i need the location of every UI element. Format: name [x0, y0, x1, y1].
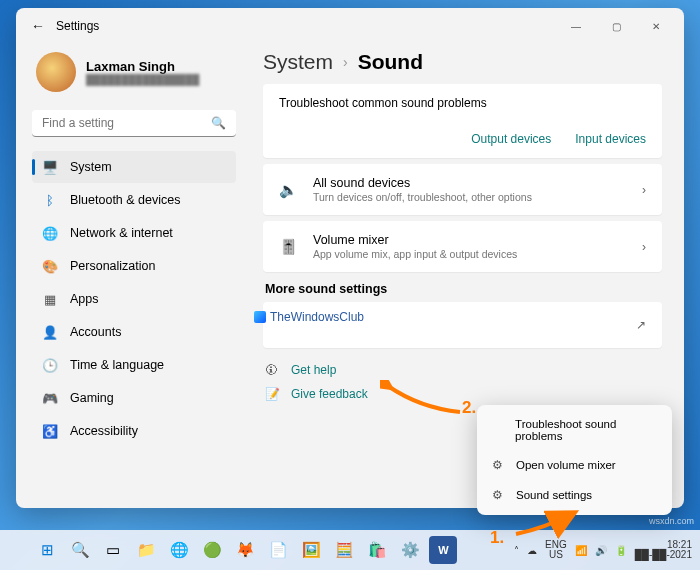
ctx-sound-settings[interactable]: ⚙Sound settings [482, 480, 667, 510]
external-link-icon: ↗ [636, 318, 646, 332]
sound-context-menu: Troubleshoot sound problems ⚙Open volume… [477, 405, 672, 515]
gear-icon: ⚙ [492, 458, 506, 472]
sidebar-item-network-internet[interactable]: 🌐Network & internet [32, 217, 236, 249]
gear-icon: ⚙ [492, 488, 506, 502]
notepad-icon[interactable]: 📄 [264, 536, 292, 564]
edge-icon[interactable]: 🌐 [165, 536, 193, 564]
maximize-button[interactable]: ▢ [596, 11, 636, 41]
nav-label: Gaming [70, 391, 114, 405]
window-title: Settings [56, 19, 99, 33]
breadcrumb-current: Sound [358, 50, 423, 74]
settings-taskbar-icon[interactable]: ⚙️ [396, 536, 424, 564]
troubleshoot-title: Troubleshoot common sound problems [279, 96, 646, 110]
search-input[interactable] [42, 116, 211, 130]
close-button[interactable]: ✕ [636, 11, 676, 41]
all-sound-devices-card[interactable]: 🔈 All sound devices Turn devices on/off,… [263, 164, 662, 215]
tray-chevron-icon[interactable]: ˄ [514, 545, 519, 556]
sidebar-item-time-language[interactable]: 🕒Time & language [32, 349, 236, 381]
card-title: All sound devices [313, 176, 532, 190]
ctx-troubleshoot[interactable]: Troubleshoot sound problems [482, 410, 667, 450]
search-button[interactable]: 🔍 [66, 536, 94, 564]
corner-watermark: wsxdn.com [649, 516, 694, 526]
nav-label: System [70, 160, 112, 174]
nav-list: 🖥️SystemᛒBluetooth & devices🌐Network & i… [32, 151, 236, 447]
user-email: ████████████████ [86, 74, 199, 85]
output-devices-link[interactable]: Output devices [471, 132, 551, 146]
breadcrumb-parent[interactable]: System [263, 50, 333, 74]
nav-icon: 🕒 [42, 357, 58, 373]
card-subtitle: Turn devices on/off, troubleshoot, other… [313, 191, 532, 203]
task-view-button[interactable]: ▭ [99, 536, 127, 564]
nav-icon: 👤 [42, 324, 58, 340]
file-explorer-icon[interactable]: 📁 [132, 536, 160, 564]
language-indicator[interactable]: ENGUS [545, 540, 567, 560]
photos-icon[interactable]: 🖼️ [297, 536, 325, 564]
nav-icon: 🎮 [42, 390, 58, 406]
nav-icon: ♿ [42, 423, 58, 439]
sidebar-item-personalization[interactable]: 🎨Personalization [32, 250, 236, 282]
sidebar-item-accessibility[interactable]: ♿Accessibility [32, 415, 236, 447]
nav-label: Time & language [70, 358, 164, 372]
mixer-icon: 🎚️ [279, 238, 299, 256]
nav-label: Network & internet [70, 226, 173, 240]
sidebar-item-bluetooth-devices[interactable]: ᛒBluetooth & devices [32, 184, 236, 216]
nav-label: Bluetooth & devices [70, 193, 181, 207]
card-subtitle: App volume mix, app input & output devic… [313, 248, 517, 260]
input-devices-link[interactable]: Input devices [575, 132, 646, 146]
minimize-button[interactable]: — [556, 11, 596, 41]
search-icon: 🔍 [211, 116, 226, 130]
nav-label: Apps [70, 292, 99, 306]
firefox-icon[interactable]: 🦊 [231, 536, 259, 564]
search-box[interactable]: 🔍 [32, 110, 236, 137]
speaker-icon: 🔈 [279, 181, 299, 199]
nav-icon: 🎨 [42, 258, 58, 274]
nav-label: Accounts [70, 325, 121, 339]
sidebar-item-system[interactable]: 🖥️System [32, 151, 236, 183]
nav-icon: ᛒ [42, 192, 58, 208]
avatar [36, 52, 76, 92]
chevron-right-icon: › [642, 183, 646, 197]
nav-icon: ▦ [42, 291, 58, 307]
wifi-icon[interactable]: 📶 [575, 545, 587, 556]
get-help-link[interactable]: 🛈 Get help [263, 358, 662, 382]
system-tray: ˄ ☁ ENGUS 📶 🔊 🔋 18:21██-██-2021 [514, 540, 692, 560]
troubleshoot-card: Troubleshoot common sound problems Outpu… [263, 84, 662, 158]
back-button[interactable]: ← [24, 18, 52, 34]
feedback-icon: 📝 [265, 387, 281, 401]
nav-icon: 🌐 [42, 225, 58, 241]
sidebar: Laxman Singh ████████████████ 🔍 🖥️System… [16, 44, 244, 508]
card-title: Volume mixer [313, 233, 517, 247]
start-button[interactable]: ⊞ [33, 536, 61, 564]
annotation-label-2: 2. [462, 398, 476, 418]
ctx-open-mixer[interactable]: ⚙Open volume mixer [482, 450, 667, 480]
annotation-label-1: 1. [490, 528, 504, 548]
user-block[interactable]: Laxman Singh ████████████████ [32, 44, 236, 106]
battery-icon[interactable]: 🔋 [615, 545, 627, 556]
word-icon[interactable]: W [429, 536, 457, 564]
more-sound-settings-card[interactable]: ↗ [263, 302, 662, 348]
chrome-icon[interactable]: 🟢 [198, 536, 226, 564]
volume-mixer-card[interactable]: 🎚️ Volume mixer App volume mix, app inpu… [263, 221, 662, 272]
onedrive-icon[interactable]: ☁ [527, 545, 537, 556]
store-icon[interactable]: 🛍️ [363, 536, 391, 564]
volume-icon[interactable]: 🔊 [595, 545, 607, 556]
breadcrumb: System › Sound [263, 50, 662, 74]
taskbar-center: ⊞ 🔍 ▭ 📁 🌐 🟢 🦊 📄 🖼️ 🧮 🛍️ ⚙️ W [33, 536, 457, 564]
user-name: Laxman Singh [86, 59, 199, 74]
chevron-right-icon: › [642, 240, 646, 254]
clock[interactable]: 18:21██-██-2021 [635, 540, 692, 560]
chevron-right-icon: › [343, 54, 348, 70]
nav-icon: 🖥️ [42, 159, 58, 175]
sidebar-item-apps[interactable]: ▦Apps [32, 283, 236, 315]
calculator-icon[interactable]: 🧮 [330, 536, 358, 564]
sidebar-item-gaming[interactable]: 🎮Gaming [32, 382, 236, 414]
titlebar: ← Settings — ▢ ✕ [16, 8, 684, 44]
window-controls: — ▢ ✕ [556, 11, 676, 41]
help-icon: 🛈 [265, 363, 281, 377]
taskbar: ⊞ 🔍 ▭ 📁 🌐 🟢 🦊 📄 🖼️ 🧮 🛍️ ⚙️ W ˄ ☁ ENGUS 📶… [0, 530, 700, 570]
nav-label: Personalization [70, 259, 155, 273]
sidebar-item-accounts[interactable]: 👤Accounts [32, 316, 236, 348]
nav-label: Accessibility [70, 424, 138, 438]
more-sound-settings-heading: More sound settings [265, 282, 660, 296]
